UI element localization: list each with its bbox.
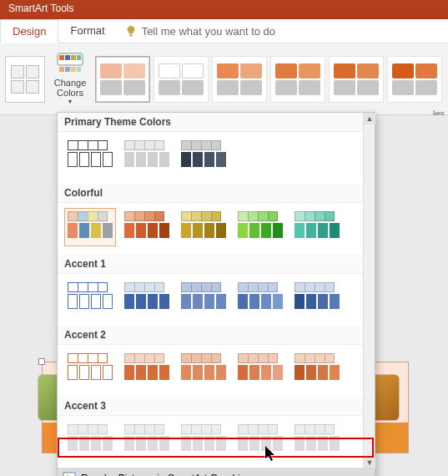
tab-design[interactable]: Design [0, 19, 58, 43]
tab-row: Design Format Tell me what you want to d… [0, 19, 448, 43]
color-swatch[interactable] [64, 279, 116, 317]
tab-format[interactable]: Format [58, 19, 116, 43]
scroll-down-icon[interactable]: ▼ [364, 457, 375, 468]
color-swatch[interactable] [64, 137, 116, 175]
color-swatch[interactable] [64, 421, 116, 459]
color-swatch[interactable] [121, 421, 173, 459]
svg-rect-0 [129, 34, 133, 36]
color-section-row [58, 416, 375, 468]
color-swatch[interactable] [178, 421, 229, 459]
resize-handle[interactable] [38, 358, 45, 365]
color-section-row [58, 345, 375, 397]
color-section-row [58, 274, 375, 326]
svg-rect-10 [63, 473, 75, 476]
color-section-header: Accent 2 [58, 326, 375, 345]
color-swatch[interactable] [291, 421, 343, 459]
svg-rect-7 [65, 67, 70, 72]
color-swatch[interactable] [178, 137, 229, 175]
svg-rect-8 [71, 67, 76, 72]
color-swatch[interactable] [234, 350, 286, 388]
recolor-pictures-button[interactable]: Recolor Pictures in SmartArt Graphic [58, 468, 375, 476]
color-swatch[interactable] [178, 208, 229, 246]
color-section-header: Colorful [58, 184, 375, 203]
color-section-header: Primary Theme Colors [58, 113, 375, 132]
color-swatch[interactable] [121, 208, 173, 246]
change-colors-button[interactable]: Change Colors ▾ [50, 48, 90, 110]
color-swatch[interactable] [64, 208, 116, 246]
style-gallery-item[interactable] [154, 56, 209, 103]
smartart-styles-gallery [95, 56, 443, 103]
color-swatch[interactable] [178, 279, 229, 317]
change-colors-icon [57, 53, 83, 76]
svg-rect-4 [71, 55, 76, 60]
style-gallery-item[interactable] [95, 56, 150, 103]
color-section-header: Accent 3 [58, 397, 375, 416]
color-swatch[interactable] [121, 279, 173, 317]
svg-rect-3 [65, 55, 70, 60]
recolor-pictures-label: Recolor Pictures in SmartArt Graphic [81, 473, 245, 476]
color-swatch[interactable] [291, 208, 343, 246]
style-gallery-item[interactable] [387, 56, 442, 103]
change-colors-dropdown: ▲ ▼ Primary Theme ColorsColorfulAccent 1… [57, 112, 375, 476]
svg-rect-9 [77, 67, 81, 72]
lightbulb-icon [125, 25, 137, 37]
scroll-up-icon[interactable]: ▲ [364, 113, 375, 124]
mouse-cursor [265, 446, 277, 463]
context-tab-title: SmartArt Tools [0, 0, 448, 19]
color-swatch[interactable] [234, 279, 286, 317]
tell-me-label: Tell me what you want to do [142, 25, 275, 38]
color-swatch[interactable] [121, 137, 173, 175]
color-swatch[interactable] [121, 350, 173, 388]
ribbon: Change Colors ▾ les [0, 43, 448, 115]
recolor-icon [63, 472, 76, 476]
svg-rect-5 [77, 55, 81, 60]
color-section-row [58, 203, 375, 255]
color-section-header: Accent 1 [58, 255, 375, 274]
color-section-row [58, 132, 375, 184]
dropdown-arrow-icon: ▾ [68, 98, 72, 105]
color-swatch[interactable] [234, 421, 286, 459]
tell-me-search[interactable]: Tell me what you want to do [117, 19, 284, 43]
svg-rect-6 [59, 67, 64, 72]
style-gallery-item[interactable] [270, 56, 325, 103]
style-gallery-item[interactable] [212, 56, 267, 103]
color-swatch[interactable] [291, 279, 343, 317]
color-swatch[interactable] [178, 350, 229, 388]
svg-rect-2 [59, 55, 64, 60]
color-swatch[interactable] [291, 350, 343, 388]
style-gallery-item[interactable] [329, 56, 384, 103]
layout-gallery-item[interactable] [5, 56, 45, 103]
color-swatch[interactable] [64, 350, 116, 388]
change-colors-label: Change Colors [50, 78, 90, 98]
color-swatch[interactable] [234, 208, 286, 246]
dropdown-scrollbar[interactable]: ▲ ▼ [363, 113, 375, 468]
